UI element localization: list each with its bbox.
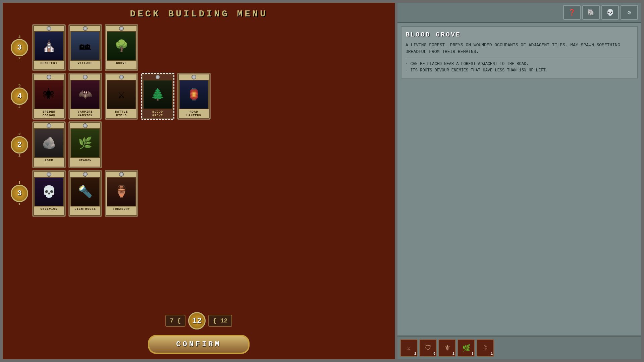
inventory-item-inv3[interactable]: 🗡 2 xyxy=(438,339,456,357)
badge-bottom-row1: 2 xyxy=(18,56,21,60)
inv-icon-count-inv5: 1 xyxy=(491,352,493,356)
card-art-vampire-mansion: 🦇 xyxy=(70,80,100,109)
card-row-row1: 3 3 2 ⛪ CEMETERY 🏘 VILLAGE xyxy=(9,24,388,71)
cards-in-row2: 🕷 SPIDERCOCOON 🦇 VAMPIREMANSION ⚔ BATTLE… xyxy=(32,73,211,120)
card-gem-meadow xyxy=(83,123,88,128)
badge-top-row2: 5 xyxy=(18,83,21,87)
left-panel: DECK BUILDING MENU 3 3 2 ⛪ CEMETERY 🏘 VI… xyxy=(0,0,397,362)
card-name-rock: ROCK xyxy=(44,159,54,163)
badge-bottom-row2: 2 xyxy=(18,105,21,109)
card-name-blood-grove: BLOODGROVE xyxy=(151,110,164,118)
info-bullet2: · ITS ROOTS DEVOUR ENEMIES THAT HAVE LES… xyxy=(406,67,633,74)
cards-in-row4: 💀 OBLIVION 🔦 LIGHTHOUSE 🏺 TREASURY xyxy=(32,170,138,217)
header-btn-help[interactable]: ❓ xyxy=(563,5,581,20)
pagination-area: 7 { 12 { 12 xyxy=(3,309,395,332)
panel-title: DECK BUILDING MENU xyxy=(3,3,395,22)
card-gem-battle-field xyxy=(119,75,124,79)
cards-in-row1: ⛪ CEMETERY 🏘 VILLAGE 🌳 GROVE xyxy=(32,24,138,71)
badge-circle-row1: 3 xyxy=(11,39,28,56)
card-row-row2: 5 4 2 🕷 SPIDERCOCOON 🦇 VAMPIREMANSION xyxy=(9,73,388,120)
info-box: BLOOD GROVE A LIVING FOREST. PREYS ON WO… xyxy=(401,26,638,78)
info-description: A LIVING FOREST. PREYS ON WOUNDED OCCUPA… xyxy=(406,42,633,55)
card-spider-cocoon[interactable]: 🕷 SPIDERCOCOON xyxy=(32,73,66,120)
card-gem-rock xyxy=(47,123,51,128)
card-gem-vampire-mansion xyxy=(83,75,88,79)
confirm-button[interactable]: CONFIRM xyxy=(148,335,249,354)
card-name-road-lantern: ROADLANTERN xyxy=(185,110,203,118)
card-battle-field[interactable]: ⚔ BATTLEFIELD xyxy=(105,73,138,120)
badge-bottom-row3: 2 xyxy=(18,154,21,158)
card-art-grove: 🌳 xyxy=(107,31,136,61)
badge-circle-row4: 3 xyxy=(11,185,28,202)
card-inner-meadow: 🌿 MEADOW xyxy=(69,122,101,167)
card-inner-cemetery: ⛪ CEMETERY xyxy=(33,25,65,70)
inventory-item-inv5[interactable]: ☽ 1 xyxy=(477,339,494,357)
badge-circle-row3: 2 xyxy=(11,136,28,154)
badge-top-row1: 3 xyxy=(18,35,21,39)
header-btn-elephant[interactable]: 🐘 xyxy=(582,5,600,20)
header-btn-skull[interactable]: 💀 xyxy=(601,5,619,20)
page-left[interactable]: 7 { xyxy=(165,315,185,327)
inventory-icons: ⚔ 2 🛡 8 🗡 2 🌿 3 ☽ 1 xyxy=(400,339,639,357)
card-gem-oblivion xyxy=(47,172,51,177)
card-blood-grove[interactable]: 🌲 BLOODGROVE xyxy=(141,73,174,120)
inventory-area: ⚔ 2 🛡 8 🗡 2 🌿 3 ☽ 1 xyxy=(397,336,641,359)
card-name-battle-field: BATTLEFIELD xyxy=(114,110,129,118)
card-name-treasury: TREASURY xyxy=(112,207,131,211)
card-grove[interactable]: 🌳 GROVE xyxy=(105,24,138,71)
card-gem-spider-cocoon xyxy=(47,75,51,79)
card-inner-spider-cocoon: 🕷 SPIDERCOCOON xyxy=(33,74,65,119)
card-vampire-mansion[interactable]: 🦇 VAMPIREMANSION xyxy=(68,73,102,120)
card-art-village: 🏘 xyxy=(70,31,100,61)
inventory-item-inv4[interactable]: 🌿 3 xyxy=(458,339,475,357)
cards-in-row3: 🪨 ROCK 🌿 MEADOW xyxy=(32,121,102,168)
inventory-item-inv2[interactable]: 🛡 8 xyxy=(419,339,437,357)
card-art-meadow: 🌿 xyxy=(70,128,100,158)
card-road-lantern[interactable]: 🏮 ROADLANTERN xyxy=(177,73,211,120)
badge-top-row4: 3 xyxy=(18,181,21,185)
card-inner-treasury: 🏺 TREASURY xyxy=(106,171,137,216)
card-inner-oblivion: 💀 OBLIVION xyxy=(33,171,65,216)
badge-top-row3: 2 xyxy=(18,132,21,136)
inventory-item-inv1[interactable]: ⚔ 2 xyxy=(400,339,418,357)
card-name-oblivion: OBLIVION xyxy=(39,207,58,211)
inv-icon-symbol-inv4: 🌿 xyxy=(462,344,471,352)
card-art-spider-cocoon: 🕷 xyxy=(34,80,64,109)
card-meadow[interactable]: 🌿 MEADOW xyxy=(68,121,102,168)
right-panel: ❓🐘💀⚙ BLOOD GROVE A LIVING FOREST. PREYS … xyxy=(397,0,644,362)
badge-row3: 2 2 2 xyxy=(9,132,30,158)
badge-row2: 5 4 2 xyxy=(9,83,30,109)
inv-icon-count-inv4: 3 xyxy=(472,352,474,356)
card-inner-rock: 🪨 ROCK xyxy=(33,122,65,167)
inv-icon-symbol-inv5: ☽ xyxy=(483,344,487,352)
badge-bottom-row4: 1 xyxy=(18,202,21,206)
info-bullet1: · CAN BE PLACED NEAR A FOREST ADJACENT T… xyxy=(406,61,633,67)
card-cemetery[interactable]: ⛪ CEMETERY xyxy=(32,24,66,71)
card-treasury[interactable]: 🏺 TREASURY xyxy=(105,170,138,217)
card-inner-lighthouse: 🔦 LIGHTHOUSE xyxy=(69,171,101,216)
header-btn-settings[interactable]: ⚙ xyxy=(621,5,638,20)
badge-row4: 3 3 1 xyxy=(9,181,30,206)
card-art-cemetery: ⛪ xyxy=(34,31,64,61)
card-oblivion[interactable]: 💀 OBLIVION xyxy=(32,170,66,217)
card-village[interactable]: 🏘 VILLAGE xyxy=(68,24,102,71)
inv-icon-count-inv1: 2 xyxy=(414,352,416,356)
card-art-lighthouse: 🔦 xyxy=(70,177,100,206)
card-gem-blood-grove xyxy=(155,75,160,79)
card-row-row3: 2 2 2 🪨 ROCK 🌿 MEADOW xyxy=(9,121,388,168)
inv-icon-count-inv2: 8 xyxy=(433,352,435,356)
card-gem-lighthouse xyxy=(83,172,88,177)
badge-circle-row2: 4 xyxy=(11,87,28,105)
card-rock[interactable]: 🪨 ROCK xyxy=(32,121,66,168)
card-name-meadow: MEADOW xyxy=(78,159,93,163)
right-header: ❓🐘💀⚙ xyxy=(397,3,641,23)
card-art-rock: 🪨 xyxy=(34,128,64,158)
card-gem-cemetery xyxy=(47,26,51,31)
card-inner-vampire-mansion: 🦇 VAMPIREMANSION xyxy=(69,74,101,119)
inv-icon-count-inv3: 2 xyxy=(452,352,454,356)
card-lighthouse[interactable]: 🔦 LIGHTHOUSE xyxy=(68,170,102,217)
card-art-blood-grove: 🌲 xyxy=(143,80,172,109)
card-inner-grove: 🌳 GROVE xyxy=(106,25,137,70)
page-right[interactable]: { 12 xyxy=(208,315,232,327)
card-name-village: VILLAGE xyxy=(77,62,94,65)
